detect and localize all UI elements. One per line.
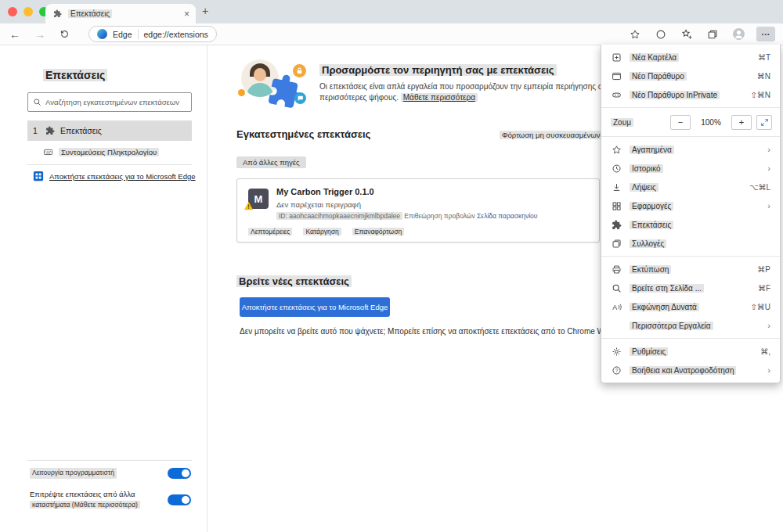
remove-button[interactable]: Κατάργηση (303, 228, 341, 235)
address-separator (138, 29, 139, 39)
sidebar-divider (27, 164, 192, 165)
fullscreen-button[interactable] (756, 115, 772, 130)
menu-item-label: Εκτύπωση (630, 265, 671, 274)
edge-logo-icon (97, 29, 107, 39)
svg-text:?: ? (615, 367, 619, 372)
orange-dot-decoration (238, 89, 245, 96)
sidebar-divider (27, 460, 192, 461)
zoom-out-button[interactable]: − (670, 115, 691, 130)
toolbar-right: ··· (627, 27, 775, 42)
new-window-icon (611, 71, 622, 81)
menu-item-collections[interactable]: Συλλογές (601, 234, 780, 253)
collections-button[interactable] (705, 27, 720, 42)
browser-menu: Νέα Καρτέλα ⌘T Νέο Παράθυρο ⌘N Νέο Παράθ… (601, 45, 781, 383)
allow-other-stores-toggle[interactable] (168, 494, 191, 505)
menu-item-favorites[interactable]: Αγαπημένα (601, 140, 780, 159)
menu-item-read-aloud[interactable]: A Εκφώνηση Δυνατά ⇧⌘U (601, 297, 780, 316)
extension-id-line: ID: aaohcaacihmopkaaecnimjkmlbpdalee Επι… (276, 212, 537, 220)
browser-essentials-button[interactable] (653, 27, 669, 42)
discover-heading: Βρείτε νέες επεκτάσεις (236, 275, 352, 287)
extension-description: Δεν παρέχεται περιγραφή (276, 200, 361, 209)
close-window-button[interactable] (8, 7, 17, 16)
toggle-knob (182, 496, 189, 504)
allow-other-stores-row: Επιτρέψτε επεκτάσεις από άλλα καταστήματ… (30, 488, 191, 511)
inprivate-icon (611, 90, 622, 100)
tab-title: Επεκτάσεις (68, 9, 112, 18)
menu-item-label: Ρυθμίσεις (630, 347, 668, 356)
chevron-right-icon (767, 145, 770, 154)
menu-item-label: Περισσότερα Εργαλεία (630, 322, 713, 330)
new-tab-button[interactable]: + (202, 5, 208, 17)
profile-avatar-button[interactable] (731, 27, 746, 42)
developer-mode-label: Λειτουργία προγραμματιστή (30, 468, 117, 479)
extension-actions: Λεπτομέρειες Κατάργηση Επαναφόρτωση (248, 228, 404, 235)
hero-line2-text: περισσότερες ψήφους. (319, 93, 399, 102)
menu-item-settings[interactable]: Ρυθμίσεις ⌘, (601, 342, 780, 361)
menu-item-extensions[interactable]: Επεκτάσεις (601, 215, 780, 234)
get-extensions-button[interactable]: Αποκτήστε επεκτάσεις για το Microsoft Ed… (240, 297, 390, 317)
favorites-hub-button[interactable] (679, 27, 695, 42)
keyboard-icon (43, 147, 53, 157)
allow-other-stores-label: Επιτρέψτε επεκτάσεις από άλλα καταστήματ… (30, 488, 140, 511)
forward-button[interactable]: → (34, 29, 45, 40)
chevron-right-icon (767, 321, 770, 330)
minimize-window-button[interactable] (23, 7, 33, 16)
read-aloud-icon: A (611, 302, 622, 312)
load-unpacked-button[interactable]: Φόρτωση μη συσκευασμένων (500, 131, 602, 139)
zoom-label: Ζουμ (611, 118, 633, 127)
menu-item-find-on-page[interactable]: Βρείτε στη Σελίδα ... ⌘F (601, 279, 780, 297)
chevron-right-icon (767, 164, 770, 173)
menu-item-new-inprivate-window[interactable]: Νέο Παράθυρο InPrivate ⇧⌘N (601, 85, 780, 104)
settings-gear-icon (611, 347, 622, 357)
menu-divider (601, 136, 780, 137)
search-input[interactable] (45, 98, 186, 106)
add-favorite-button[interactable] (627, 27, 643, 42)
menu-item-apps[interactable]: Εφαρμογές (601, 196, 780, 215)
sidebar-item-extensions[interactable]: 1 Επεκτάσεις (27, 120, 192, 141)
menu-item-shortcut: ⌘F (758, 284, 770, 293)
refresh-button[interactable] (60, 29, 70, 39)
reload-button[interactable]: Επαναφόρτωση (352, 228, 404, 235)
zoom-row: Ζουμ − 100% + (601, 111, 780, 133)
hero-title: Προσαρμόστε τον περιηγητή σας με επεκτάσ… (319, 64, 557, 76)
menu-item-label: Λήψεις (630, 183, 659, 192)
toggle-knob (182, 469, 189, 477)
zoom-in-button[interactable]: + (731, 115, 752, 130)
extensions-illustration (241, 56, 327, 128)
chevron-right-icon (767, 201, 770, 210)
tab-close-icon[interactable]: × (184, 9, 189, 20)
more-menu-button[interactable]: ··· (756, 27, 775, 41)
browser-window: Επεκτάσεις × + ← → Edge edge://extension… (0, 0, 783, 532)
get-extensions-link[interactable]: Αποκτήστε επεκτάσεις για το Microsoft Ed… (33, 171, 196, 182)
search-box[interactable] (27, 92, 192, 112)
hero-line2: περισσότερες ψήφους. Μάθετε περισσότερα (319, 93, 478, 102)
warning-icon (244, 201, 254, 210)
menu-item-shortcut: ⇧⌘U (750, 303, 770, 311)
menu-item-new-window[interactable]: Νέο Παράθυρο ⌘N (601, 66, 780, 85)
back-button[interactable]: ← (9, 29, 20, 40)
menu-item-downloads[interactable]: Λήψεις ⌥⌘L (601, 178, 780, 196)
tab-extensions[interactable]: Επεκτάσεις × (45, 4, 196, 23)
extensions-puzzle-icon (52, 9, 63, 18)
menu-item-history[interactable]: Ιστορικό (601, 159, 780, 178)
menu-item-new-tab[interactable]: Νέα Καρτέλα ⌘T (601, 48, 780, 66)
titlebar: Επεκτάσεις × + (0, 0, 783, 23)
chevron-right-icon (767, 365, 770, 375)
details-button[interactable]: Λεπτομέρειες (248, 228, 292, 235)
menu-divider (601, 256, 780, 257)
menu-item-more-tools[interactable]: Περισσότερα Εργαλεία (601, 316, 780, 335)
url-text: edge://extensions (144, 30, 208, 39)
learn-more-link[interactable]: Μάθετε περισσότερα (401, 93, 478, 102)
address-bar[interactable]: Edge edge://extensions (88, 26, 217, 42)
extension-name: My Carbon Trigger 0.1.0 (276, 187, 374, 196)
menu-item-shortcut: ⌘, (760, 347, 770, 356)
source-badge: Από άλλες πηγές (236, 156, 306, 168)
background-page-link[interactable]: Σελίδα παρασκηνίου (477, 212, 537, 220)
menu-item-print[interactable]: Εκτύπωση ⌘P (601, 260, 780, 279)
apps-grid-icon (611, 201, 622, 211)
developer-mode-toggle[interactable] (168, 468, 191, 479)
sidebar-item-keyboard-shortcuts[interactable]: Συντομεύσεις Πληκτρολογίου (43, 147, 159, 157)
zoom-level: 100% (695, 118, 727, 127)
menu-item-help-feedback[interactable]: ? Βοήθεια και Ανατροφοδότηση (601, 361, 780, 379)
menu-item-label: Νέα Καρτέλα (630, 53, 679, 62)
